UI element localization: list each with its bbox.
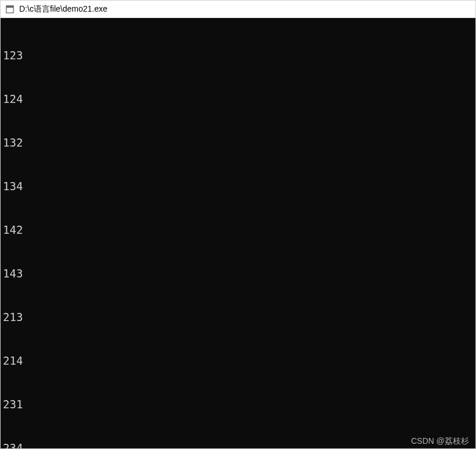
- output-line: 234: [3, 441, 473, 448]
- output-line: 231: [3, 397, 473, 412]
- output-line: 123: [3, 48, 473, 63]
- output-line: 134: [3, 179, 473, 194]
- output-line: 143: [3, 266, 473, 281]
- output-line: 124: [3, 92, 473, 106]
- output-line: 142: [3, 223, 473, 237]
- window-title: D:\c语言file\demo21.exe: [19, 4, 108, 15]
- watermark: CSDN @荔枝杉: [411, 436, 469, 447]
- svg-rect-1: [6, 5, 13, 8]
- output-line: 214: [3, 354, 473, 368]
- output-line: 213: [3, 310, 473, 325]
- output-line: 132: [3, 136, 473, 150]
- app-icon: [5, 5, 15, 14]
- console-output[interactable]: 123 124 132 134 142 143 213 214 231 234 …: [1, 18, 475, 448]
- console-window: D:\c语言file\demo21.exe 123 124 132 134 14…: [0, 0, 476, 449]
- titlebar[interactable]: D:\c语言file\demo21.exe: [1, 1, 475, 18]
